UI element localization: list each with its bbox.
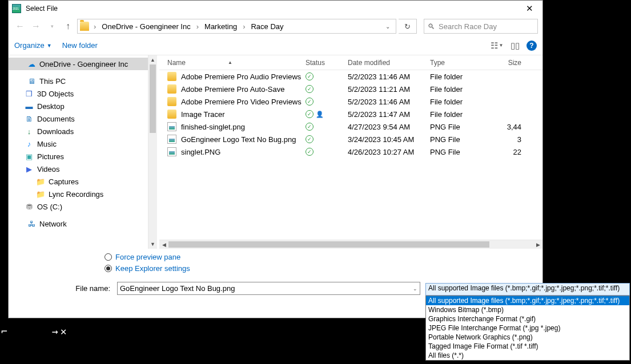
tree-scrollbar[interactable]: ▲ ▼ bbox=[148, 55, 157, 249]
preview-pane-button[interactable]: ▯▯ bbox=[508, 39, 522, 52]
tree-network[interactable]: 🖧Network bbox=[9, 217, 148, 230]
tree-onedrive[interactable]: ☁OneDrive - Goengineer Inc bbox=[9, 58, 148, 70]
file-name: Image Tracer bbox=[181, 110, 225, 119]
main-area: ☁OneDrive - Goengineer Inc 🖥This PC ❒3D … bbox=[9, 55, 542, 249]
help-button[interactable]: ? bbox=[526, 41, 537, 51]
col-name-header[interactable]: Name▲ bbox=[159, 59, 306, 67]
file-name: GoEngineer Logo Text No Bug.png bbox=[181, 135, 296, 144]
file-date: 5/2/2023 11:21 AM bbox=[348, 85, 430, 94]
tree-3d-objects[interactable]: ❒3D Objects bbox=[9, 87, 148, 100]
address-bar[interactable]: › OneDrive - Goengineer Inc › Marketing … bbox=[77, 19, 396, 34]
file-type: PNG File bbox=[430, 123, 499, 131]
chevron-down-icon[interactable]: ⌄ bbox=[413, 286, 417, 292]
tree-videos[interactable]: ▶Videos bbox=[9, 163, 148, 175]
filetype-dropdown[interactable]: All supported Image files (*.bmp;*.gif;*… bbox=[425, 296, 630, 361]
image-file-icon bbox=[167, 122, 176, 131]
file-name: finished-singlet.png bbox=[181, 123, 245, 131]
chevron-right-icon[interactable]: › bbox=[91, 22, 98, 31]
crumb-marketing[interactable]: Marketing bbox=[203, 22, 238, 31]
scroll-left-icon[interactable]: ◀ bbox=[159, 242, 168, 248]
nav-tree[interactable]: ☁OneDrive - Goengineer Inc 🖥This PC ❒3D … bbox=[9, 55, 148, 249]
filter-option[interactable]: Graphics Interchange Format (*.gif) bbox=[426, 314, 629, 323]
tree-music[interactable]: ♪Music bbox=[9, 137, 148, 150]
file-row[interactable]: Adobe Premiere Pro Auto-Save✓5/2/2023 11… bbox=[159, 83, 542, 95]
search-box[interactable]: 🔍︎ Search Race Day bbox=[424, 19, 538, 34]
file-status: ✓ bbox=[306, 123, 348, 131]
tree-os-c[interactable]: ⛃OS (C:) bbox=[9, 200, 148, 213]
folder-icon bbox=[80, 22, 89, 31]
file-row[interactable]: finished-singlet.png✓4/27/2023 9:54 AMPN… bbox=[159, 120, 542, 133]
filter-option[interactable]: Portable Network Graphics (*.png) bbox=[426, 333, 629, 342]
back-button[interactable]: ← bbox=[13, 19, 27, 33]
search-icon: 🔍︎ bbox=[428, 22, 435, 31]
scroll-thumb[interactable] bbox=[168, 241, 489, 248]
scroll-down-icon[interactable]: ▼ bbox=[148, 240, 157, 249]
up-button[interactable]: ↑ bbox=[61, 19, 75, 33]
tree-pictures[interactable]: ▣Pictures bbox=[9, 150, 148, 163]
tree-desktop[interactable]: ▬Desktop bbox=[9, 100, 148, 112]
window-title: Select File bbox=[26, 5, 58, 13]
sync-ok-icon: ✓ bbox=[306, 110, 314, 118]
col-size-header[interactable]: Size bbox=[499, 59, 521, 67]
file-row[interactable]: GoEngineer Logo Text No Bug.png✓3/24/202… bbox=[159, 133, 542, 145]
view-options-button[interactable]: ☷▼ bbox=[490, 39, 504, 52]
file-row[interactable]: Adobe Premiere Pro Video Previews✓5/2/20… bbox=[159, 95, 542, 108]
chevron-right-icon[interactable]: › bbox=[194, 22, 201, 31]
folder-icon bbox=[167, 72, 176, 81]
filter-option[interactable]: Tagged Image File Format (*.tif *.tiff) bbox=[426, 342, 629, 351]
tree-documents[interactable]: 🗎Documents bbox=[9, 112, 148, 125]
force-preview-option[interactable]: Force preview pane bbox=[105, 251, 542, 262]
cloud-icon: ☁ bbox=[27, 59, 36, 68]
filter-option[interactable]: JPEG File Interchange Format (*.jpg *.jp… bbox=[426, 323, 629, 333]
file-date: 3/24/2023 10:45 AM bbox=[348, 135, 430, 144]
filename-input[interactable]: GoEngineer Logo Text No Bug.png ⌄ bbox=[117, 282, 420, 295]
file-row[interactable]: singlet.PNG✓4/26/2023 10:27 AMPNG File22 bbox=[159, 145, 542, 158]
filter-option[interactable]: All files (*.*) bbox=[426, 351, 629, 360]
filetype-filter[interactable]: All supported Image files (*.bmp;*.gif;*… bbox=[425, 283, 630, 296]
new-folder-button[interactable]: New folder bbox=[62, 41, 98, 50]
filter-option[interactable]: Windows Bitmap (*.bmp) bbox=[426, 305, 629, 314]
drive-icon: ⛃ bbox=[25, 202, 34, 211]
sync-ok-icon: ✓ bbox=[306, 98, 314, 106]
tree-lync[interactable]: 📁Lync Recordings bbox=[9, 188, 148, 200]
network-icon: 🖧 bbox=[27, 219, 36, 228]
chevron-right-icon[interactable]: › bbox=[240, 22, 247, 31]
file-name: singlet.PNG bbox=[181, 148, 220, 156]
sync-ok-icon: ✓ bbox=[306, 123, 314, 131]
address-dropdown[interactable]: ⌄ bbox=[382, 23, 393, 30]
file-status: ✓ bbox=[306, 148, 348, 156]
organize-menu[interactable]: Organize▼ bbox=[14, 41, 52, 50]
recent-dropdown[interactable]: ▾ bbox=[45, 19, 59, 33]
file-row[interactable]: Image Tracer✓👤5/2/2023 11:47 AMFile fold… bbox=[159, 108, 542, 120]
col-status-header[interactable]: Status bbox=[306, 59, 348, 67]
desktop-icon: ▬ bbox=[25, 102, 34, 111]
file-size: 3,44 bbox=[499, 123, 521, 131]
col-date-header[interactable]: Date modified bbox=[348, 59, 430, 67]
scroll-thumb[interactable] bbox=[150, 64, 156, 133]
close-button[interactable]: ✕ bbox=[516, 1, 542, 17]
tree-downloads[interactable]: ↓Downloads bbox=[9, 125, 148, 137]
filename-label: File name: bbox=[9, 284, 112, 293]
scroll-up-icon[interactable]: ▲ bbox=[148, 55, 157, 64]
refresh-button[interactable]: ↻ bbox=[399, 19, 417, 34]
title-bar: Select File ✕ bbox=[9, 1, 542, 17]
tree-this-pc[interactable]: 🖥This PC bbox=[9, 75, 148, 87]
tree-captures[interactable]: 📁Captures bbox=[9, 175, 148, 188]
keep-explorer-option[interactable]: Keep Explorer settings bbox=[105, 262, 542, 274]
file-h-scrollbar[interactable]: ◀ ▶ bbox=[159, 240, 542, 249]
filename-value: GoEngineer Logo Text No Bug.png bbox=[120, 284, 235, 293]
file-date: 4/26/2023 10:27 AM bbox=[348, 148, 430, 156]
col-type-header[interactable]: Type bbox=[430, 59, 499, 67]
file-row[interactable]: Adobe Premiere Pro Audio Previews✓5/2/20… bbox=[159, 70, 542, 83]
crumb-onedrive[interactable]: OneDrive - Goengineer Inc bbox=[101, 22, 191, 31]
filter-option[interactable]: All supported Image files (*.bmp;*.gif;*… bbox=[426, 296, 629, 305]
image-file-icon bbox=[167, 135, 176, 144]
file-date: 4/27/2023 9:54 AM bbox=[348, 123, 430, 131]
file-rows: Adobe Premiere Pro Audio Previews✓5/2/20… bbox=[159, 70, 542, 158]
scroll-right-icon[interactable]: ▶ bbox=[533, 242, 542, 248]
file-size: 22 bbox=[499, 148, 521, 156]
pictures-icon: ▣ bbox=[25, 152, 34, 161]
crumb-raceday[interactable]: Race Day bbox=[250, 22, 284, 31]
forward-button[interactable]: → bbox=[29, 19, 43, 33]
file-name: Adobe Premiere Pro Video Previews bbox=[181, 98, 302, 106]
